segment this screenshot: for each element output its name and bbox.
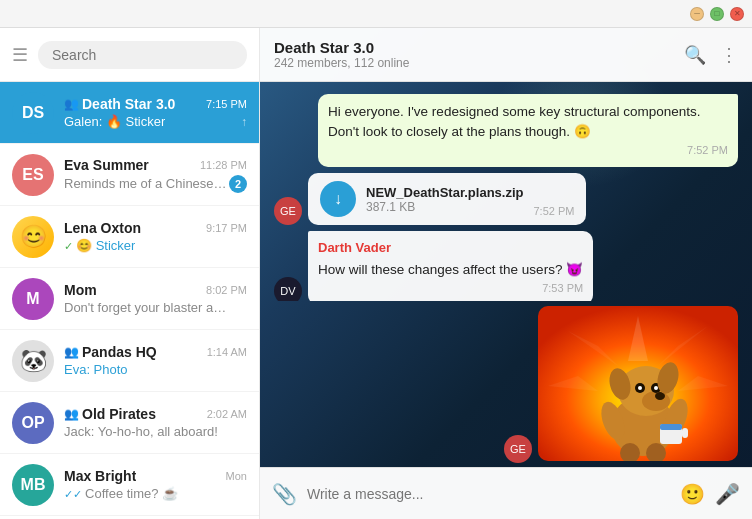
chat-item-pandas-hq[interactable]: 🐼👥 Pandas HQ1:14 AMEva: Photo xyxy=(0,330,259,392)
chat-preview-death-star: Galen: 🔥 Sticker xyxy=(64,114,165,129)
svg-rect-19 xyxy=(682,428,688,438)
chat-item-mom[interactable]: MMom8:02 PMDon't forget your blaster and… xyxy=(0,268,259,330)
search-input[interactable] xyxy=(52,47,233,63)
chat-item-max-bright[interactable]: MBMax BrightMon✓✓ Coffee time? ☕ xyxy=(0,454,259,516)
chat-time-eva-summer: 11:28 PM xyxy=(200,159,247,171)
chat-time-mom: 8:02 PM xyxy=(206,284,247,296)
sidebar: ☰ DS👥 Death Star 3.07:15 PMGalen: 🔥 Stic… xyxy=(0,28,260,519)
unread-badge-eva-summer: 2 xyxy=(229,175,247,193)
minimize-button[interactable]: ─ xyxy=(690,7,704,21)
avatar-death-star: DS xyxy=(12,92,54,134)
avatar-mom: M xyxy=(12,278,54,320)
sidebar-header: ☰ xyxy=(0,28,259,82)
msg-time-msg3: 7:53 PM xyxy=(318,281,583,297)
maximize-button[interactable]: □ xyxy=(710,7,724,21)
app-body: ☰ DS👥 Death Star 3.07:15 PMGalen: 🔥 Stic… xyxy=(0,28,752,519)
close-button[interactable]: ✕ xyxy=(730,7,744,21)
chat-name-eva-summer: Eva Summer xyxy=(64,157,149,173)
message-row-msg3: DVDarth VaderHow will these changes affe… xyxy=(274,231,738,301)
chat-header: Death Star 3.0 242 members, 112 online 🔍… xyxy=(260,28,752,82)
chat-item-old-pirates[interactable]: OP👥 Old Pirates2:02 AMJack: Yo-ho-ho, al… xyxy=(0,392,259,454)
avatar-max-bright: MB xyxy=(12,464,54,506)
file-bubble-msg2: ↓NEW_DeathStar.plans.zip387.1 KB7:52 PM xyxy=(308,173,586,225)
file-message-row: GE↓NEW_DeathStar.plans.zip387.1 KB7:52 P… xyxy=(274,173,738,225)
chat-list: DS👥 Death Star 3.07:15 PMGalen: 🔥 Sticke… xyxy=(0,82,259,519)
chat-time-lena-oxton: 9:17 PM xyxy=(206,222,247,234)
chat-header-info: Death Star 3.0 242 members, 112 online xyxy=(274,39,676,70)
chat-header-status: 242 members, 112 online xyxy=(274,56,676,70)
chat-preview-mom: Don't forget your blaster and helmet xyxy=(64,300,229,315)
avatar-pandas-hq: 🐼 xyxy=(12,340,54,382)
chat-header-actions: 🔍 ⋮ xyxy=(684,44,738,66)
search-box[interactable] xyxy=(38,41,247,69)
chat-item-death-star[interactable]: DS👥 Death Star 3.07:15 PMGalen: 🔥 Sticke… xyxy=(0,82,259,144)
message-bubble-msg3: Darth VaderHow will these changes affect… xyxy=(308,231,593,301)
hamburger-icon[interactable]: ☰ xyxy=(12,44,28,66)
file-sender-avatar: GE xyxy=(274,197,302,225)
sticker-area: GE xyxy=(538,301,738,461)
svg-point-13 xyxy=(654,386,658,390)
chat-info-mom: Mom8:02 PMDon't forget your blaster and … xyxy=(64,282,247,315)
file-time: 7:52 PM xyxy=(533,205,574,217)
chat-info-death-star: 👥 Death Star 3.07:15 PMGalen: 🔥 Sticker↑ xyxy=(64,96,247,129)
message-msg1: Hi everyone. I've redesigned some key st… xyxy=(318,94,738,167)
chat-info-lena-oxton: Lena Oxton9:17 PM✓ 😊 Sticker xyxy=(64,220,247,253)
msg-text-msg3: How will these changes affect the users?… xyxy=(318,260,583,280)
chat-preview-max-bright: ✓✓ Coffee time? ☕ xyxy=(64,486,178,501)
chat-info-max-bright: Max BrightMon✓✓ Coffee time? ☕ xyxy=(64,468,247,501)
chat-preview-pandas-hq: Eva: Photo xyxy=(64,362,128,377)
chat-time-pandas-hq: 1:14 AM xyxy=(207,346,247,358)
chat-header-name: Death Star 3.0 xyxy=(274,39,676,56)
sticker-sender-avatar: GE xyxy=(504,435,532,463)
window-chrome: ─ □ ✕ xyxy=(0,0,752,28)
chat-name-old-pirates: 👥 Old Pirates xyxy=(64,406,156,422)
avatar-old-pirates: OP xyxy=(12,402,54,444)
chat-time-old-pirates: 2:02 AM xyxy=(207,408,247,420)
messages-area: Hi everyone. I've redesigned some key st… xyxy=(260,82,752,301)
chat-info-old-pirates: 👥 Old Pirates2:02 AMJack: Yo-ho-ho, all … xyxy=(64,406,247,439)
search-header-icon[interactable]: 🔍 xyxy=(684,44,706,66)
chat-preview-eva-summer: Reminds me of a Chinese prove... xyxy=(64,176,229,191)
message-input-area: 📎 🙂 🎤 xyxy=(260,467,752,519)
emoji-icon[interactable]: 🙂 xyxy=(680,482,705,506)
group-icon-old-pirates: 👥 xyxy=(64,407,79,421)
file-size: 387.1 KB xyxy=(366,200,523,214)
pin-icon-death-star: ↑ xyxy=(241,115,247,129)
attach-icon[interactable]: 📎 xyxy=(272,482,297,506)
chat-name-mom: Mom xyxy=(64,282,97,298)
chat-info-eva-summer: Eva Summer11:28 PMReminds me of a Chines… xyxy=(64,157,247,193)
chat-name-death-star: 👥 Death Star 3.0 xyxy=(64,96,175,112)
mic-icon[interactable]: 🎤 xyxy=(715,482,740,506)
avatar-lena-oxton: 😊 xyxy=(12,216,54,258)
msg-sender-msg3: Darth Vader xyxy=(318,239,583,258)
svg-rect-20 xyxy=(660,424,682,430)
sticker-svg xyxy=(538,306,738,461)
file-name: NEW_DeathStar.plans.zip xyxy=(366,185,523,200)
chat-name-lena-oxton: Lena Oxton xyxy=(64,220,141,236)
chat-time-death-star: 7:15 PM xyxy=(206,98,247,110)
chat-preview-old-pirates: Jack: Yo-ho-ho, all aboard! xyxy=(64,424,218,439)
message-input[interactable] xyxy=(307,486,670,502)
chat-item-lena-oxton[interactable]: 😊Lena Oxton9:17 PM✓ 😊 Sticker xyxy=(0,206,259,268)
msg-avatar-msg3: DV xyxy=(274,277,302,301)
group-icon-death-star: 👥 xyxy=(64,97,79,111)
group-icon-pandas-hq: 👥 xyxy=(64,345,79,359)
chat-name-max-bright: Max Bright xyxy=(64,468,136,484)
chat-main: Death Star 3.0 242 members, 112 online 🔍… xyxy=(260,28,752,519)
more-header-icon[interactable]: ⋮ xyxy=(720,44,738,66)
svg-point-11 xyxy=(638,386,642,390)
chat-preview-lena-oxton: ✓ 😊 Sticker xyxy=(64,238,135,253)
chat-time-max-bright: Mon xyxy=(226,470,247,482)
chat-info-pandas-hq: 👥 Pandas HQ1:14 AMEva: Photo xyxy=(64,344,247,377)
download-icon[interactable]: ↓ xyxy=(320,181,356,217)
chat-name-pandas-hq: 👥 Pandas HQ xyxy=(64,344,157,360)
avatar-eva-summer: ES xyxy=(12,154,54,196)
chat-item-eva-summer[interactable]: ESEva Summer11:28 PMReminds me of a Chin… xyxy=(0,144,259,206)
